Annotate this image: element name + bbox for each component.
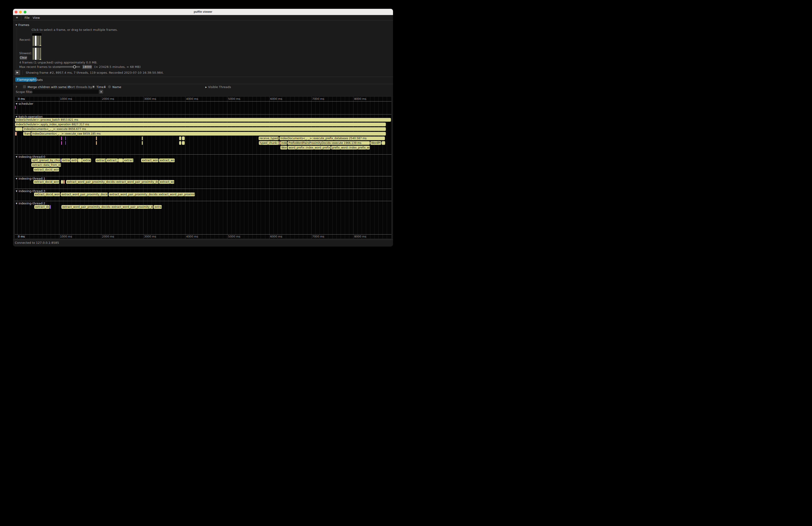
frame-stripe[interactable] bbox=[39, 36, 41, 46]
flamegraph-span[interactable]: index bbox=[280, 141, 287, 145]
thread-section-header[interactable]: ▼indexing-thread:1 bbox=[16, 177, 45, 180]
menu-file[interactable]: File bbox=[25, 16, 30, 19]
frame-stripe[interactable] bbox=[37, 36, 39, 46]
flamegraph-span[interactable]: receive_typed_ bbox=[259, 136, 279, 140]
flamegraph-span[interactable] bbox=[60, 159, 61, 162]
max-frames-value[interactable]: 18000 bbox=[82, 65, 92, 69]
flamegraph-panel[interactable]: 0 ms0 ms1000 ms1000 ms2000 ms2000 ms3000… bbox=[15, 97, 392, 239]
flamegraph-span[interactable]: extra bbox=[71, 159, 78, 162]
flamegraph-span[interactable]: WordPr bbox=[370, 141, 381, 145]
flamegraph-span[interactable] bbox=[15, 132, 17, 135]
flamegraph-span[interactable]: extract_docid_word bbox=[34, 192, 60, 196]
ruler-tick-label: 3000 ms bbox=[144, 97, 156, 101]
flamegraph-span[interactable] bbox=[50, 205, 51, 209]
clear-filter-button[interactable]: x bbox=[99, 90, 103, 93]
tab-stats[interactable]: Stats bbox=[35, 78, 43, 82]
thread-section-header[interactable]: ▼indexing-thread:2 bbox=[16, 202, 45, 205]
flamegraph-span[interactable]: prefix_word::index_prefix_wo bbox=[331, 146, 370, 149]
flamegraph-span[interactable]: IndexScheduler>::apply_index_operation 8… bbox=[15, 122, 386, 126]
sort-time-label[interactable]: Time bbox=[97, 85, 104, 89]
flamegraph-span[interactable] bbox=[15, 106, 16, 109]
merge-children-checkbox[interactable] bbox=[23, 85, 26, 88]
help-button[interactable]: ? bbox=[16, 85, 17, 89]
flamegraph-span[interactable] bbox=[142, 136, 143, 140]
flamegraph-span[interactable]: extract::data_from_ob bbox=[31, 163, 61, 167]
flamegraph-span[interactable]: extrac bbox=[82, 159, 91, 162]
flamegraph-span[interactable]: IndexDocuments<_, _>::execute_raw 8459.1… bbox=[31, 132, 386, 135]
flamegraph-span[interactable] bbox=[279, 141, 280, 145]
flamegraph-span[interactable] bbox=[142, 141, 143, 145]
ruler-tick-label: 0 ms bbox=[18, 235, 25, 238]
separator bbox=[13, 84, 393, 84]
flamegraph-span[interactable] bbox=[96, 136, 97, 140]
flamegraph-span[interactable]: extract_word_pair_proximity_docids bbox=[61, 192, 108, 196]
slowest-frames-thumbnail[interactable] bbox=[32, 47, 42, 60]
flamegraph-span[interactable]: Trans bbox=[23, 132, 31, 135]
flamegraph-span[interactable]: extract_wo bbox=[159, 180, 174, 184]
flamegraph-span[interactable] bbox=[61, 180, 63, 184]
flamegraph-span[interactable] bbox=[61, 136, 62, 140]
flamegraph-span[interactable] bbox=[63, 180, 65, 184]
flamegraph-span[interactable]: extract bbox=[61, 159, 70, 162]
flamegraph-span[interactable]: IndexDocuments<_, _>::execute_prefix_dat… bbox=[279, 136, 385, 140]
flamegraph-span[interactable] bbox=[182, 136, 185, 140]
sort-time-radio[interactable] bbox=[92, 85, 95, 88]
flamegraph-span[interactable]: PrefixWordPairsProximityDocids::execute … bbox=[288, 141, 370, 145]
frames-section-header[interactable]: ▼Frames bbox=[16, 23, 29, 27]
flamegraph-span[interactable]: extract_word_pair_proximity_docids::extr… bbox=[61, 205, 153, 209]
frame-stripe[interactable] bbox=[37, 48, 39, 60]
thread-section-header[interactable]: ▼indexing-thread:0 bbox=[16, 155, 45, 159]
play-button[interactable]: ▶ bbox=[15, 70, 20, 75]
flamegraph-span[interactable]: Word bbox=[280, 146, 287, 149]
flamegraph-span[interactable] bbox=[61, 141, 62, 145]
flamegraph-span[interactable] bbox=[66, 141, 66, 145]
flamegraph-span[interactable] bbox=[96, 141, 97, 145]
max-frames-slider[interactable] bbox=[57, 66, 80, 68]
flamegraph-span[interactable]: IndexScheduler>::process_batch 8953.821 … bbox=[15, 118, 391, 122]
flamegraph-span[interactable]: extract_ bbox=[96, 159, 106, 162]
flamegraph-span[interactable]: extract_word bbox=[141, 159, 159, 162]
thread-section-header[interactable]: ▼indexing-thread:3 bbox=[16, 189, 45, 193]
flamegraph-span[interactable] bbox=[179, 136, 181, 140]
flamegraph-span[interactable]: extract_doc bbox=[34, 205, 49, 209]
flamegraph-span[interactable]: extract_wo bbox=[159, 159, 175, 162]
ruler-tick-label: 3000 ms bbox=[144, 235, 156, 238]
theme-toggle-sun-icon[interactable]: ✳ bbox=[16, 16, 18, 19]
flamegraph-span[interactable]: extract_docid_word bbox=[33, 180, 59, 184]
flamegraph-span[interactable]: extract bbox=[123, 159, 133, 162]
flamegraph-span[interactable]: extrac bbox=[154, 205, 162, 209]
flamegraph-span[interactable] bbox=[179, 141, 181, 145]
flamegraph-span[interactable] bbox=[382, 141, 385, 145]
flamegraph-span[interactable]: typed_chunk::w bbox=[259, 141, 279, 145]
flamegraph-span[interactable]: extract_word_pair_proximity_docids::extr… bbox=[66, 180, 159, 184]
flamegraph-span[interactable] bbox=[118, 159, 123, 162]
flamegraph-span[interactable]: split_grenad_by_chun bbox=[31, 159, 60, 162]
thread-section-header[interactable]: ▼scheduler bbox=[16, 102, 33, 105]
flamegraph-span[interactable]: extract_docid_word bbox=[33, 168, 59, 172]
scope-filter-input[interactable] bbox=[32, 90, 99, 94]
flamegraph-span[interactable]: extract_word_pair_proximity_docids::extr… bbox=[109, 192, 195, 196]
flamegraph-span[interactable]: word_prefix::index_word_prefix_ bbox=[288, 146, 331, 149]
tab-flamegraph[interactable]: Flamegraph bbox=[15, 77, 37, 82]
flamegraph-span[interactable]: IndexDocuments<_, _>::execute 8656.677 m… bbox=[23, 127, 386, 131]
clear-button[interactable]: Clear bbox=[20, 56, 27, 60]
frame-stripe[interactable] bbox=[35, 36, 37, 46]
merge-children-label[interactable]: Merge children with same ID bbox=[28, 85, 71, 89]
flamegraph-span[interactable] bbox=[66, 136, 66, 140]
frame-stripe[interactable] bbox=[35, 48, 37, 60]
flamegraph-span[interactable] bbox=[182, 141, 185, 145]
visible-threads-header[interactable]: ▶Visible Threads bbox=[205, 85, 231, 89]
frame-stripe[interactable] bbox=[39, 48, 41, 60]
sort-name-radio[interactable] bbox=[108, 85, 111, 88]
max-frames-slider-handle[interactable] bbox=[73, 65, 76, 68]
flamegraph-span[interactable] bbox=[78, 159, 82, 162]
sort-name-label[interactable]: Name bbox=[112, 85, 121, 89]
recent-frames-thumbnail[interactable] bbox=[32, 33, 42, 46]
section-separator-line bbox=[15, 154, 391, 155]
frame-stripe[interactable] bbox=[32, 48, 34, 60]
menu-view[interactable]: View bbox=[33, 16, 40, 19]
flamegraph-span[interactable]: extract_ bbox=[106, 159, 118, 162]
frame-stripe[interactable] bbox=[32, 36, 34, 46]
sort-direction-arrow-icon[interactable]: ⬇ bbox=[104, 85, 106, 89]
flamegraph-span[interactable] bbox=[15, 127, 23, 131]
